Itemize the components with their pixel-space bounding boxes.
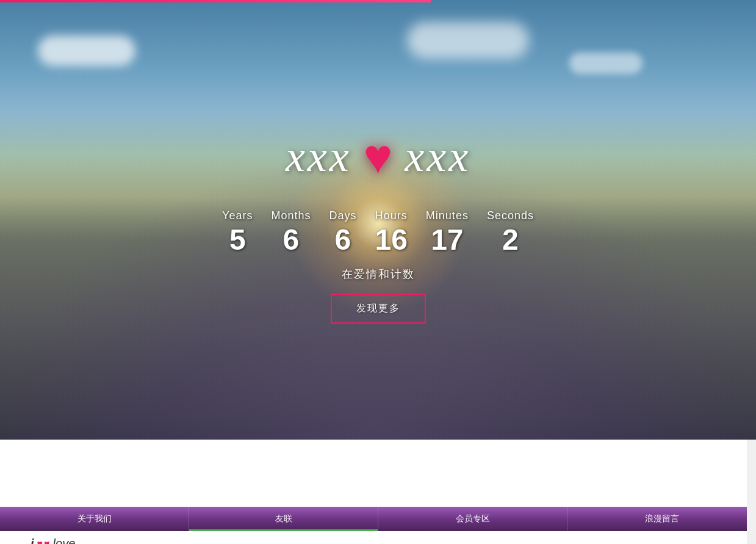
hero-content: xxx ♥ xxx Years 5 Months 6 Days xyxy=(0,0,756,440)
countdown-years: Years 5 xyxy=(222,209,253,255)
hero-section: xxx ♥ xxx Years 5 Months 6 Days xyxy=(0,0,756,440)
years-value: 5 xyxy=(229,225,246,255)
heart-icon: ♥ xyxy=(364,129,393,185)
months-value: 6 xyxy=(283,225,300,255)
logo-area: i ♥ ♥ love xyxy=(0,531,756,544)
logo-heart-2: ♥ xyxy=(44,539,50,545)
days-label: Days xyxy=(329,209,356,222)
content-section xyxy=(0,440,756,507)
hours-label: Hours xyxy=(375,209,408,222)
countdown-minutes: Minutes 17 xyxy=(426,209,469,255)
footer-nav-about[interactable]: 关于我们 xyxy=(0,507,189,531)
countdown: Years 5 Months 6 Days 6 Hours 16 xyxy=(222,209,534,255)
logo-suffix: love xyxy=(53,537,76,544)
title-left: xxx xyxy=(286,131,351,182)
footer-nav-messages-label: 浪漫留言 xyxy=(645,513,679,524)
seconds-label: Seconds xyxy=(487,209,534,222)
page-wrapper: xxx ♥ xxx Years 5 Months 6 Days xyxy=(0,0,756,544)
minutes-label: Minutes xyxy=(426,209,469,222)
title-row: xxx ♥ xxx xyxy=(286,129,470,185)
years-label: Years xyxy=(222,209,253,222)
minutes-value: 17 xyxy=(431,225,463,255)
countdown-days: Days 6 xyxy=(329,209,356,255)
footer-nav-friends-label: 友联 xyxy=(275,513,292,524)
title-right: xxx xyxy=(405,131,470,182)
countdown-hours: Hours 16 xyxy=(375,209,407,255)
discover-more-button[interactable]: 发现更多 xyxy=(331,294,426,324)
days-value: 6 xyxy=(335,225,351,255)
footer-nav-friends[interactable]: 友联 xyxy=(189,507,378,531)
months-label: Months xyxy=(271,209,311,222)
logo-heart-1: ♥ xyxy=(37,539,43,545)
hours-value: 16 xyxy=(375,225,407,255)
countdown-months: Months 6 xyxy=(271,209,311,255)
seconds-value: 2 xyxy=(502,225,519,255)
progress-bar xyxy=(0,0,431,2)
countdown-seconds: Seconds 2 xyxy=(487,209,534,255)
footer-nav-members[interactable]: 会员专区 xyxy=(378,507,567,531)
footer-nav-messages[interactable]: 浪漫留言 xyxy=(567,507,756,531)
footer-nav-about-label: 关于我们 xyxy=(77,513,112,524)
love-text: 在爱情和计数 xyxy=(342,267,415,281)
logo-hearts: ♥ ♥ xyxy=(37,539,50,545)
footer-nav: 关于我们 友联 会员专区 浪漫留言 xyxy=(0,507,756,531)
footer-nav-members-label: 会员专区 xyxy=(456,513,490,524)
logo-prefix: i xyxy=(31,537,34,544)
